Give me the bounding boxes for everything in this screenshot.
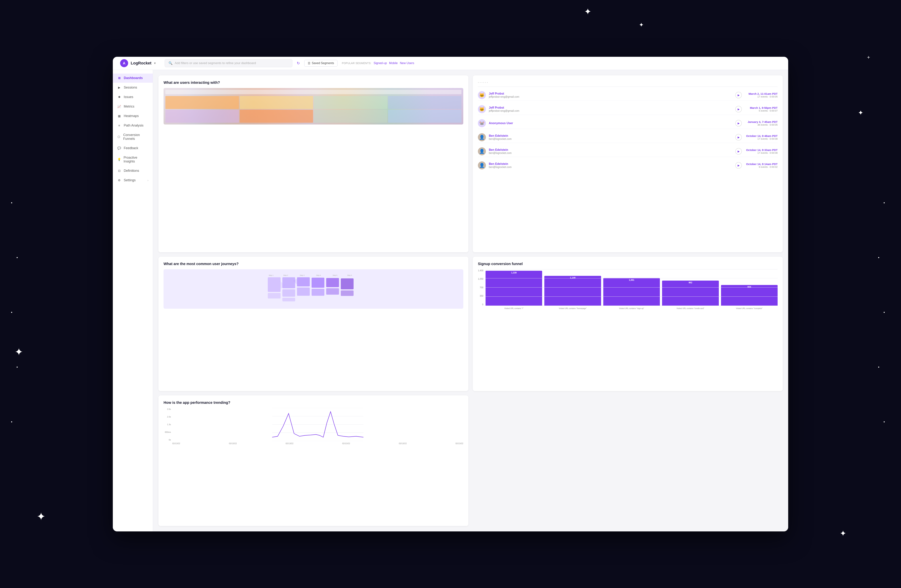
session-user-name[interactable]: Ben Edelstein <box>489 162 732 165</box>
segment-signed-up[interactable]: Signed-up <box>374 61 387 65</box>
svg-rect-16 <box>326 288 339 295</box>
user-journeys-card: What are the most common user journeys? … <box>159 257 468 391</box>
sidebar-item-label: Metrics <box>124 104 134 108</box>
sidebar-item-proactive-insights[interactable]: 💡 Proactive Insights <box>113 153 153 166</box>
sessions-list: 🐱 Jeff Probst jeffprobst+eng@gmail.com ▶… <box>478 90 778 171</box>
star-decoration: • <box>884 420 885 424</box>
session-user-email: jeffprobst+eng@gmail.com <box>489 95 732 98</box>
session-events: 38 events · 0:00:05 <box>745 123 778 126</box>
saved-segments-button[interactable]: ☰ Saved Segments <box>304 60 338 67</box>
session-time: October 14, 9:14am PDT 9 events · 0:00:0… <box>745 162 778 168</box>
svg-rect-17 <box>341 278 354 289</box>
play-button[interactable]: ▶ <box>735 120 742 126</box>
sidebar-item-dashboards[interactable]: ⊞ Dashboards <box>113 73 153 83</box>
funnel-card: Signup conversion funnel 1,400 1,050 700… <box>473 257 783 391</box>
bar-value: 962 <box>689 281 692 284</box>
search-bar[interactable]: 🔍 Add filters or use saved segments to r… <box>165 59 292 67</box>
settings-arrow-icon: › <box>148 179 148 182</box>
star-decoration: • <box>884 310 885 314</box>
sidebar-item-label: Conversion Funnels <box>123 133 148 141</box>
sessions-icon: ▶ <box>117 86 121 90</box>
sidebar-item-issues[interactable]: ✱ Issues <box>113 92 153 102</box>
star-decoration: • <box>884 201 885 205</box>
session-user-name[interactable]: Jeff Probst <box>489 92 732 95</box>
svg-rect-6 <box>268 277 281 292</box>
segment-new-users[interactable]: New Users <box>400 61 414 65</box>
session-item: 👤 Ben Edelstein ben@logrocket.com ▶ Octo… <box>478 132 778 143</box>
svg-rect-9 <box>282 289 295 296</box>
star-decoration: • <box>878 256 879 260</box>
sidebar-item-definitions[interactable]: ⊡ Definitions <box>113 166 153 175</box>
bar-label: Visited URL contains "/sign-up" <box>603 307 660 310</box>
session-date: January 4, 7:45am PDT <box>745 120 778 123</box>
sidebar-item-label: Path Analysis <box>124 123 143 128</box>
svg-text:Step 4: Step 4 <box>316 275 321 276</box>
proactive-insights-icon: 💡 <box>117 158 121 162</box>
svg-rect-12 <box>297 287 310 296</box>
star-decoration: • <box>11 201 12 205</box>
session-date: March 2, 11:01am PDT <box>745 92 778 95</box>
play-button[interactable]: ▶ <box>735 134 742 140</box>
main-layout: ⊞ Dashboards ▶ Sessions ✱ Issues 📈 Metri… <box>113 70 788 532</box>
session-events: 5 events · 0:00:07 <box>745 109 778 112</box>
session-user-name[interactable]: Ben Edelstein <box>489 148 732 151</box>
logo-icon: A <box>120 59 128 67</box>
play-button[interactable]: ▶ <box>735 148 742 154</box>
star-decoration: • <box>16 256 18 260</box>
sidebar-item-sessions[interactable]: ▶ Sessions <box>113 83 153 92</box>
session-user-name[interactable]: Anonymous User <box>489 122 732 125</box>
popular-segments: POPULAR SEGMENTS: Signed-up Mobile New U… <box>342 61 414 65</box>
session-time: March 2, 11:01am PDT 17 events · 0:00:05 <box>745 92 778 98</box>
session-info: Anonymous User <box>489 122 732 125</box>
avatar: 👤 <box>478 147 486 155</box>
x-axis-label: 02/13/22 <box>342 442 350 445</box>
session-info: Ben Edelstein ben@logrocket.com <box>489 162 732 168</box>
sidebar-item-label: Dashboards <box>124 76 143 80</box>
path-analysis-icon: ≡ <box>117 123 121 128</box>
svg-rect-14 <box>312 289 324 296</box>
sidebar-item-conversion-funnels[interactable]: ⬡ Conversion Funnels <box>113 131 153 143</box>
sidebar-item-heatmaps[interactable]: ▦ Heatmaps <box>113 112 153 121</box>
svg-rect-11 <box>297 277 310 286</box>
session-date: March 1, 9:56pm PDT <box>745 106 778 109</box>
funnel-card-title: Signup conversion funnel <box>478 262 778 266</box>
heatmap-card-title: What are users interacting with? <box>164 81 463 85</box>
bar-label: Visited URL contains "/credit-card" <box>662 307 719 310</box>
user-journeys-title: What are the most common user journeys? <box>164 262 463 266</box>
sessions-header: · · · · · · <box>478 81 778 87</box>
refresh-icon[interactable]: ↻ <box>297 61 300 66</box>
avatar: 👤 <box>478 133 486 141</box>
star-decoration: ✦ <box>639 22 644 28</box>
session-time: January 4, 7:45am PDT 38 events · 0:00:0… <box>745 120 778 126</box>
bar-label: Visited URL contains "/homepage" <box>544 307 601 310</box>
y-axis-label: 2.0s <box>164 416 171 418</box>
logo-chevron-icon[interactable]: ▾ <box>154 61 156 65</box>
play-button[interactable]: ▶ <box>735 162 742 169</box>
performance-card: How is the app performance trending? 2.6… <box>159 395 468 526</box>
heatmaps-icon: ▦ <box>117 114 121 118</box>
play-button[interactable]: ▶ <box>735 106 742 112</box>
sidebar-item-label: Settings <box>124 178 136 182</box>
star-decoration: • <box>16 365 18 369</box>
segment-mobile[interactable]: Mobile <box>389 61 398 65</box>
sidebar-item-settings[interactable]: ⚙ Settings › <box>113 176 153 185</box>
session-info: Jeff Probst jeffprobst+eng@gmail.com <box>489 92 732 98</box>
sidebar-item-feedback[interactable]: 💬 Feedback <box>113 143 153 153</box>
bar-label: Visited URL contains "/" <box>486 307 542 310</box>
session-date: October 14, 9:14am PDT <box>745 162 778 165</box>
search-icon: 🔍 <box>168 61 173 65</box>
y-axis-label: 650ms <box>164 431 171 433</box>
play-button[interactable]: ▶ <box>735 92 742 98</box>
performance-card-title: How is the app performance trending? <box>164 401 463 405</box>
issues-icon: ✱ <box>117 95 121 99</box>
y-axis-label: 0 <box>478 303 483 306</box>
session-user-name[interactable]: Ben Edelstein <box>489 134 732 137</box>
svg-rect-18 <box>341 290 354 296</box>
sessions-card: · · · · · · 🐱 Jeff Probst jeffprobst+eng… <box>473 75 783 252</box>
sidebar-item-path-analysis[interactable]: ≡ Path Analysis <box>113 121 153 130</box>
sidebar-item-metrics[interactable]: 📈 Metrics <box>113 102 153 111</box>
star-decoration: ✦ <box>36 511 46 522</box>
session-user-name[interactable]: Jeff Probst <box>489 106 732 109</box>
feedback-icon: 💬 <box>117 146 121 150</box>
star-decoration: ✦ <box>584 7 591 16</box>
